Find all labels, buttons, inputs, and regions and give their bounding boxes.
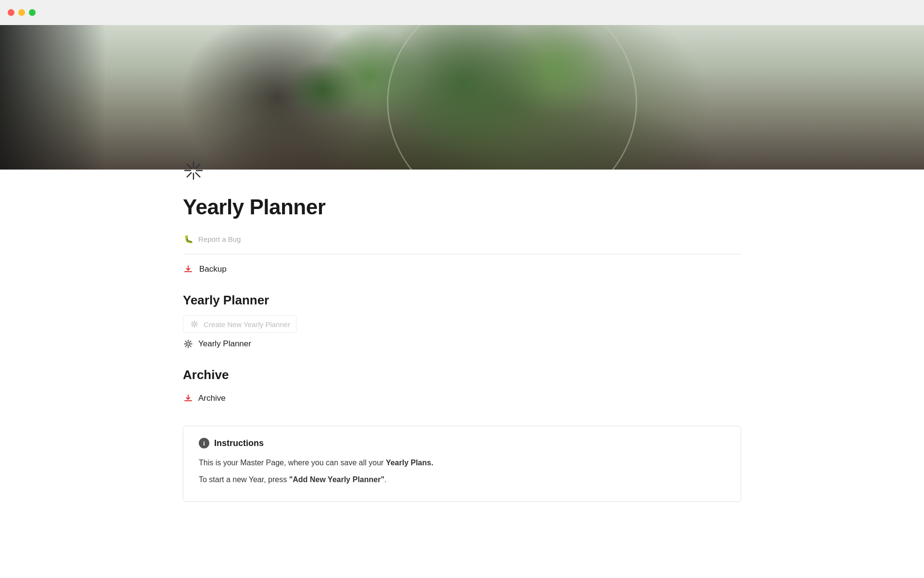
yearly-planner-item-row[interactable]: Yearly Planner — [183, 336, 741, 352]
instructions-header: i Instructions — [199, 438, 725, 448]
bug-icon: 🐛 — [183, 234, 193, 244]
svg-line-15 — [195, 322, 197, 323]
hero-image — [0, 25, 924, 170]
create-new-yearly-planner-row[interactable]: Create New Yearly Planner — [183, 315, 296, 333]
create-new-label: Create New Yearly Planner — [204, 320, 290, 328]
maximize-button[interactable] — [29, 9, 36, 16]
instructions-box: i Instructions This is your Master Page,… — [183, 426, 741, 502]
archive-item-row[interactable]: Archive — [183, 390, 741, 407]
backup-row[interactable]: Backup — [183, 261, 741, 277]
close-button[interactable] — [8, 9, 14, 16]
yearly-planner-icon — [183, 339, 193, 349]
info-icon: i — [199, 438, 209, 448]
instructions-line2-suffix: . — [385, 475, 386, 484]
minimize-button[interactable] — [18, 9, 25, 16]
create-new-icon — [189, 319, 200, 329]
instructions-line1-bold: Yearly Plans. — [386, 459, 434, 467]
instructions-line-2: To start a new Year, press "Add New Year… — [199, 473, 725, 486]
svg-line-14 — [195, 325, 197, 327]
download-icon — [183, 264, 193, 275]
hero-globe — [387, 25, 637, 170]
instructions-line1-prefix: This is your Master Page, where you can … — [199, 459, 386, 467]
svg-text:🐛: 🐛 — [184, 235, 192, 243]
svg-line-13 — [192, 322, 193, 323]
instructions-heading: Instructions — [214, 438, 264, 448]
backup-label: Backup — [199, 264, 227, 274]
svg-line-24 — [185, 345, 187, 347]
archive-item-label: Archive — [198, 394, 226, 403]
sunburst-icon — [183, 160, 204, 181]
instructions-line2-prefix: To start a new Year, press — [199, 475, 289, 484]
svg-line-16 — [192, 325, 193, 327]
report-bug-row[interactable]: 🐛 Report a Bug — [183, 231, 741, 247]
svg-line-7 — [187, 173, 192, 177]
svg-line-23 — [189, 341, 191, 343]
svg-line-6 — [196, 164, 200, 169]
svg-line-22 — [189, 345, 191, 347]
report-bug-label: Report a Bug — [198, 235, 241, 243]
yearly-planner-heading: Yearly Planner — [183, 293, 741, 308]
svg-line-4 — [187, 164, 192, 169]
instructions-line2-bold: "Add New Yearly Planner" — [289, 475, 385, 484]
yearly-planner-item-label: Yearly Planner — [198, 339, 251, 349]
page-title: Yearly Planner — [183, 195, 741, 219]
archive-download-icon — [183, 393, 193, 404]
titlebar — [0, 0, 924, 25]
divider-1 — [183, 254, 741, 254]
page-content: Yearly Planner 🐛 Report a Bug Backup Yea… — [125, 160, 799, 502]
svg-line-21 — [185, 341, 187, 343]
archive-heading: Archive — [183, 368, 741, 382]
instructions-line-1: This is your Master Page, where you can … — [199, 456, 725, 469]
svg-line-5 — [196, 173, 200, 177]
hero-keyboard — [0, 25, 106, 170]
